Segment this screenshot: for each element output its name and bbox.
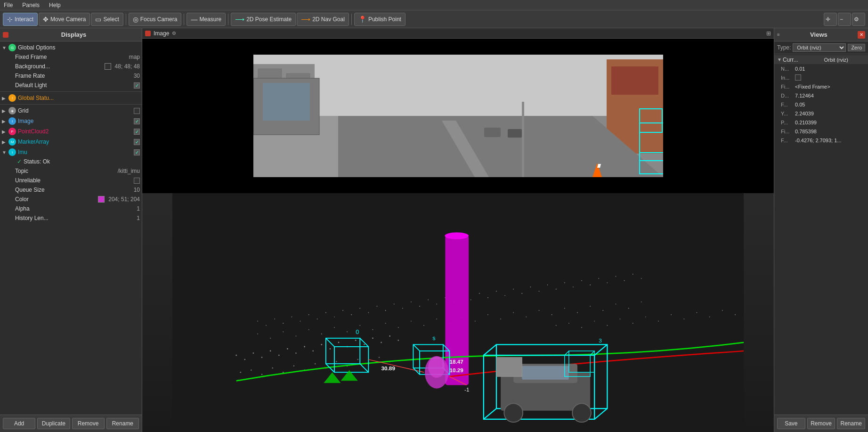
current-label: Curr...: [783, 57, 824, 63]
views-save-button[interactable]: Save: [777, 418, 805, 429]
minus-button[interactable]: −: [838, 13, 851, 26]
global-options-item[interactable]: ▼ G Global Options Fixed Frame map Backg…: [0, 42, 142, 90]
displays-close-icon[interactable]: [3, 32, 8, 38]
svg-point-58: [556, 289, 557, 290]
grid-checkbox[interactable]: [134, 108, 140, 114]
views-type-label: Type:: [777, 44, 791, 51]
divider-1: [0, 91, 142, 92]
measure-button[interactable]: ― Measure: [187, 13, 226, 26]
svg-point-60: [573, 286, 574, 287]
menu-help[interactable]: Help: [47, 2, 63, 8]
global-status-item[interactable]: ▶ ! Global Statu...: [0, 93, 142, 103]
svg-point-76: [347, 331, 348, 332]
fixed-frame-row: Fixed Frame map: [0, 52, 142, 62]
default-light-row: Default Light: [0, 81, 142, 90]
displays-tree[interactable]: ▼ G Global Options Fixed Frame map Backg…: [0, 41, 142, 415]
imu-checkbox[interactable]: [134, 149, 140, 155]
image-maximize-icon[interactable]: ⊞: [766, 30, 771, 37]
imu-color-swatch: [98, 196, 105, 203]
views-remove-button[interactable]: Remove: [807, 418, 836, 429]
focus-camera-button[interactable]: ◎ Focus Camera: [129, 13, 182, 26]
pointcloud2-checkbox[interactable]: [134, 129, 140, 135]
select-button[interactable]: ▭ Select: [91, 13, 123, 26]
global-options-label: Global Options: [18, 44, 140, 51]
nav-goal-button[interactable]: ⟶ 2D Nav Goal: [297, 13, 349, 26]
pointcloud2-expand-icon: ▶: [2, 129, 8, 134]
move-camera-button[interactable]: ✥ Move Camera: [39, 13, 90, 26]
frame-rate-row: Frame Rate 30: [0, 71, 142, 81]
svg-text:0: 0: [356, 329, 359, 335]
markerarray-item[interactable]: ▶ M MarkerArray: [0, 137, 142, 147]
markerarray-label: MarkerArray: [18, 139, 132, 145]
svg-point-37: [377, 306, 378, 307]
views-type-select[interactable]: Orbit (rviz): [793, 43, 846, 52]
svg-point-151: [445, 232, 469, 239]
menu-panels[interactable]: Panels: [20, 2, 41, 8]
svg-point-31: [325, 312, 326, 313]
svg-point-66: [624, 280, 625, 281]
svg-point-34: [351, 314, 352, 315]
imu-history-row: History Len... 1: [0, 213, 142, 223]
pointcloud2-item[interactable]: ▶ P PointCloud2: [0, 126, 142, 137]
views-close-icon[interactable]: ✕: [858, 31, 865, 39]
pose-estimate-button[interactable]: ⟶ 2D Pose Estimate: [231, 13, 296, 26]
publish-point-button[interactable]: 📍 Publish Point: [354, 13, 406, 26]
svg-point-87: [487, 314, 488, 315]
nav-goal-icon: ⟶: [301, 16, 310, 23]
imu-item[interactable]: ▼ I Imu ✓ Status: Ok Topic /kitti_imu: [0, 147, 142, 223]
background-color-value: 48; 48; 48: [115, 63, 140, 70]
views-row-fi2: Fi... 0.785398: [774, 127, 868, 136]
svg-point-143: [658, 321, 659, 322]
menu-file[interactable]: File: [2, 2, 15, 8]
default-light-checkbox[interactable]: [134, 82, 140, 89]
markerarray-checkbox[interactable]: [134, 139, 140, 145]
views-checkbox-in[interactable]: [795, 74, 801, 81]
zero-button[interactable]: Zero: [848, 44, 865, 51]
image-checkbox[interactable]: [134, 118, 140, 124]
grid-label: Grid: [18, 107, 132, 114]
svg-point-121: [251, 369, 252, 371]
svg-point-86: [475, 321, 476, 322]
grid-expand-icon: ▶: [2, 108, 8, 114]
views-row-p: P... 0.210399: [774, 118, 868, 127]
rename-button[interactable]: Rename: [106, 418, 139, 429]
crosshair-button[interactable]: ✛: [824, 13, 837, 26]
views-key-p: P...: [781, 120, 795, 125]
imu-topic-row: Topic /kitti_imu: [0, 166, 142, 176]
svg-point-145: [683, 318, 684, 319]
image-item[interactable]: ▶ I Image: [0, 116, 142, 126]
views-rename-button[interactable]: Rename: [837, 418, 865, 429]
svg-point-139: [607, 325, 608, 326]
views-row-fi: Fi... <Fixed Frame>: [774, 82, 868, 91]
image-settings-icon[interactable]: ⚙: [172, 31, 176, 36]
views-title: Views: [810, 31, 827, 38]
fixed-frame-label: Fixed Frame: [15, 54, 127, 60]
svg-point-138: [594, 321, 595, 322]
svg-point-123: [272, 367, 273, 369]
settings-button[interactable]: ⚙: [852, 13, 865, 26]
svg-point-36: [368, 312, 369, 313]
imu-expand-icon: ▼: [2, 150, 8, 155]
svg-point-35: [359, 308, 360, 309]
frame-rate-value: 30: [134, 73, 140, 79]
svg-point-118: [389, 335, 390, 337]
svg-point-64: [607, 282, 608, 283]
imu-queue-row: Queue Size 10: [0, 185, 142, 195]
views-current-header[interactable]: ▼ Curr... Orbit (rviz): [774, 55, 868, 64]
remove-button[interactable]: Remove: [72, 418, 105, 429]
svg-point-108: [304, 346, 305, 348]
grid-item[interactable]: ▶ ◈ Grid: [0, 106, 142, 116]
focus-camera-label: Focus Camera: [140, 16, 178, 23]
views-val-f2: -0.4276; 2.7093; 1...: [795, 138, 865, 143]
svg-point-93: [564, 308, 565, 309]
add-button[interactable]: Add: [3, 418, 35, 429]
duplicate-button[interactable]: Duplicate: [37, 418, 70, 429]
global-options-expand-icon: ▼: [2, 45, 8, 50]
svg-point-137: [581, 327, 582, 328]
svg-point-52: [504, 295, 505, 296]
svg-point-122: [261, 374, 263, 375]
image-panel-close-icon[interactable]: [145, 31, 151, 36]
unreliable-checkbox[interactable]: [134, 178, 140, 184]
interact-button[interactable]: ⊹ Interact: [3, 13, 38, 26]
views-row-d: D... 7.12464: [774, 91, 868, 100]
